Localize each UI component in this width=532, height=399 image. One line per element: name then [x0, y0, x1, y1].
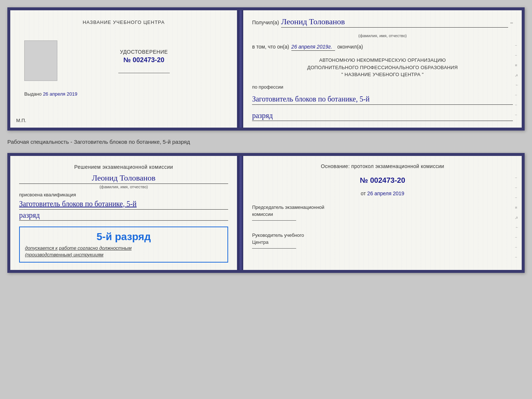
recipient-name: Леонид Толованов	[281, 17, 508, 28]
page-wrapper: НАЗВАНИЕ УЧЕБНОГО ЦЕНТРА УДОСТОВЕРЕНИЕ №…	[7, 7, 525, 273]
org-line1: АВТОНОМНУЮ НЕКОММЕРЧЕСКУЮ ОРГАНИЗАЦИЮ	[252, 57, 513, 64]
completion-date: 26 апреля 2019г.	[291, 44, 335, 51]
doc-spine	[238, 10, 243, 128]
resheniem-title: Решением экзаменационной комиссии	[19, 163, 228, 171]
big-profession: Заготовитель блоков по ботанике, 5-й	[19, 199, 228, 210]
org-line2: ДОПОЛНИТЕЛЬНОГО ПРОФЕССИОНАЛЬНОГО ОБРАЗО…	[252, 64, 513, 71]
vydano-date: 26 апреля 2019	[43, 91, 78, 97]
doc-spine-2	[238, 156, 243, 270]
v-tom-line: в том, что он(а) 26 апреля 2019г. окончи…	[252, 44, 513, 51]
exam-right-panel: Основание: протокол экзаменационной коми…	[243, 156, 522, 270]
exam-card: Решением экзаменационной комиссии Леонид…	[7, 153, 525, 273]
poluchil-line: Получил(а) Леонид Толованов –	[252, 17, 513, 28]
okonchil-label: окончил(а)	[337, 44, 363, 50]
stamp-box: 5-й разряд допускается к работе согласно…	[19, 227, 228, 263]
predsedatel-label-2: комиссии	[252, 211, 513, 218]
side-marks-2: – – – и ,а ← – – –	[515, 156, 519, 270]
cert-number: № 002473-20	[123, 56, 164, 64]
osnovanie-label: Основание: протокол экзаменационной коми…	[252, 163, 513, 170]
photo-placeholder	[24, 40, 57, 81]
fio-subtitle: (фамилия, имя, отчество)	[252, 33, 513, 38]
predsedatel-block: Председатель экзаменационной комиссии	[252, 204, 513, 223]
certificate-card: НАЗВАНИЕ УЧЕБНОГО ЦЕНТРА УДОСТОВЕРЕНИЕ №…	[7, 7, 525, 131]
dopuskaetsya-text: допускается к работе согласно должностны…	[25, 245, 222, 258]
exam-name: Леонид Толованов	[19, 173, 228, 184]
training-center-label: НАЗВАНИЕ УЧЕБНОГО ЦЕНТРА	[83, 19, 165, 26]
ot-label: от	[361, 190, 366, 196]
rukovoditel-block: Руководитель учебного Центра	[252, 232, 513, 251]
exam-left-panel: Решением экзаменационной комиссии Леонид…	[10, 156, 238, 270]
dopuskaetsya-label: допускается к	[25, 245, 58, 251]
vydano-text: Выдано 26 апреля 2019	[24, 91, 77, 97]
mp-label: М.П.	[16, 118, 26, 123]
rukovoditel-sign-line	[252, 248, 296, 249]
rukovoditel-line2: Центра	[252, 239, 513, 246]
udostoverenie-title: УДОСТОВЕРЕНИЕ	[120, 49, 168, 55]
stamp-razryad: 5-й разряд	[25, 231, 222, 243]
ot-date: 26 апреля 2019	[367, 190, 405, 196]
rukovoditel-line1: Руководитель учебного	[252, 232, 513, 239]
fio-sub2: (фамилия, имя, отчество)	[19, 185, 228, 189]
dash: –	[510, 20, 513, 26]
big-razryad: разряд	[19, 211, 228, 221]
org-block: АВТОНОМНУЮ НЕКОММЕРЧЕСКУЮ ОРГАНИЗАЦИЮ ДО…	[252, 57, 513, 78]
protocol-number: № 002473-20	[252, 176, 513, 185]
po-professii-label: по профессии	[252, 84, 513, 90]
org-line3: " НАЗВАНИЕ УЧЕБНОГО ЦЕНТРА "	[252, 71, 513, 78]
cert-left-panel: НАЗВАНИЕ УЧЕБНОГО ЦЕНТРА УДОСТОВЕРЕНИЕ №…	[10, 10, 238, 128]
predsedatel-label-1: Председатель экзаменационной	[252, 204, 513, 211]
profession-value: Заготовитель блоков по ботанике, 5-й	[252, 94, 513, 105]
instruktsiyam-label: (производственным) инструкциям	[25, 252, 104, 257]
poluchil-label: Получил(а)	[252, 19, 279, 25]
prisvoena-label: присвоена квалификация	[19, 192, 228, 197]
cert-right-panel: Получил(а) Леонид Толованов – (фамилия, …	[243, 10, 522, 128]
v-tom-label: в том, что он(а)	[252, 44, 289, 50]
side-marks: – – и ,а ← – – –	[515, 10, 519, 128]
signature-line	[118, 73, 170, 73]
rabote-label: работе согласно должностным	[59, 245, 132, 251]
specialty-label: Рабочая специальность - Заготовитель бло…	[7, 137, 525, 146]
predsedatel-sign-line	[252, 220, 296, 221]
razryad-value: разряд	[252, 111, 513, 121]
vydano-label: Выдано	[24, 91, 42, 97]
ot-line: от 26 апреля 2019	[252, 190, 513, 196]
